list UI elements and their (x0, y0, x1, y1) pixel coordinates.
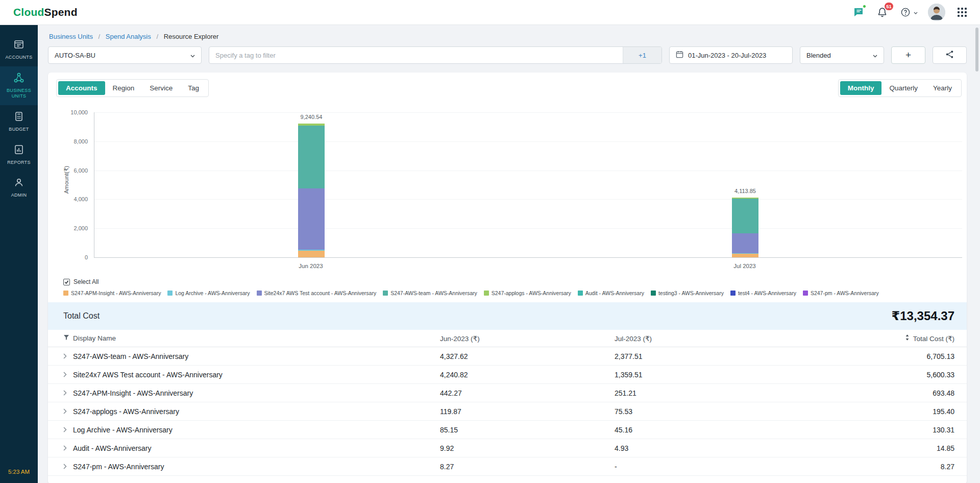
app-logo[interactable]: CloudSpend (13, 6, 78, 18)
legend-label: test4 - AWS-Anniversary (738, 290, 796, 296)
table-row[interactable]: S247-APM-Insight - AWS-Anniversary 442.2… (48, 384, 967, 402)
status-dot (863, 5, 866, 8)
avatar[interactable] (928, 4, 945, 21)
tab-yearly[interactable]: Yearly (925, 81, 960, 95)
business-unit-select[interactable]: AUTO-SA-BU (48, 46, 202, 64)
apps-grid-icon[interactable] (955, 6, 969, 19)
tab-service[interactable]: Service (142, 81, 180, 95)
row-jun-value: 4,240.82 (440, 371, 615, 379)
tab-monthly[interactable]: Monthly (840, 81, 882, 95)
table-row[interactable]: S247-AWS-team - AWS-Anniversary 4,327.62… (48, 347, 967, 366)
tag-overflow-button[interactable]: +1 (623, 47, 662, 63)
row-jul-value: 45.16 (615, 426, 857, 434)
legend-swatch (63, 291, 68, 296)
bar-segment[interactable] (298, 188, 325, 250)
total-cost-value: ₹13,354.37 (892, 309, 954, 323)
legend-label: Log Archive - AWS-Anniversary (175, 290, 250, 296)
date-range-picker[interactable]: 01-Jun-2023 - 20-Jul-2023 (669, 46, 793, 64)
select-all-checkbox[interactable]: Select All (63, 278, 954, 285)
row-display-name: Audit - AWS-Anniversary (73, 444, 152, 452)
tab-region[interactable]: Region (105, 81, 142, 95)
legend-swatch (651, 291, 656, 296)
legend-item[interactable]: S247-applogs - AWS-Anniversary (484, 290, 571, 296)
cost-view-value: Blended (806, 52, 831, 59)
row-display-name: S247-pm - AWS-Anniversary (73, 463, 164, 471)
filter-funnel-icon[interactable] (63, 334, 69, 342)
bar-segment[interactable] (732, 233, 758, 253)
table-row[interactable]: S247-pm - AWS-Anniversary 8.27 - 8.27 (48, 457, 967, 476)
sidebar-item-admin[interactable]: ADMIN (0, 171, 38, 204)
breadcrumb-link-business-units[interactable]: Business Units (49, 33, 93, 40)
legend-item[interactable]: Log Archive - AWS-Anniversary (167, 290, 250, 296)
y-tick-label: 10,000 (70, 109, 88, 115)
table-row[interactable]: S247-applogs - AWS-Anniversary 119.87 75… (48, 402, 967, 421)
legend-swatch (484, 291, 489, 296)
expand-chevron-icon[interactable] (63, 445, 67, 451)
legend-items: S247-APM-Insight - AWS-Anniversary Log A… (63, 290, 954, 296)
expand-chevron-icon[interactable] (63, 353, 67, 359)
sidebar-item-reports[interactable]: REPORTS (0, 138, 38, 172)
row-display-name: S247-APM-Insight - AWS-Anniversary (73, 389, 193, 397)
legend-swatch (167, 291, 173, 296)
tab-tag[interactable]: Tag (180, 81, 207, 95)
row-jul-value: 1,359.51 (615, 371, 857, 379)
period-tabs: Monthly Quarterly Yearly (838, 79, 962, 97)
legend-item[interactable]: S247-pm - AWS-Anniversary (803, 290, 879, 296)
notifications-bell-icon[interactable]: 51 (875, 6, 889, 19)
row-total-value: 6,705.13 (857, 352, 954, 360)
logo-spend: Spend (44, 6, 77, 18)
bar-segment[interactable] (298, 126, 325, 188)
table-row[interactable]: Site24x7 AWS Test account - AWS-Annivers… (48, 366, 967, 384)
help-menu[interactable] (899, 6, 918, 19)
sidebar-item-budget[interactable]: BUDGET (0, 105, 38, 138)
share-button[interactable] (933, 46, 967, 64)
row-jul-value: 2,377.51 (615, 352, 857, 360)
total-cost-band: Total Cost ₹13,354.37 (48, 302, 967, 330)
chart-legend: Select All S247-APM-Insight - AWS-Annive… (48, 275, 967, 302)
breadcrumb-link-spend-analysis[interactable]: Spend Analysis (106, 33, 151, 40)
column-header-jun: Jun-2023 (₹) (440, 334, 615, 343)
bar-segment[interactable] (298, 251, 325, 257)
legend-item[interactable]: test4 - AWS-Anniversary (730, 290, 796, 296)
cost-view-select[interactable]: Blended (800, 46, 884, 64)
sidebar-item-label: ACCOUNTS (6, 55, 33, 61)
table-row[interactable]: Audit - AWS-Anniversary 9.92 4.93 14.85 (48, 439, 967, 457)
expand-chevron-icon[interactable] (63, 372, 67, 377)
table-row[interactable]: Log Archive - AWS-Anniversary 85.15 45.1… (48, 421, 967, 439)
help-icon (899, 6, 912, 19)
sidebar-item-accounts[interactable]: ACCOUNTS (0, 33, 38, 66)
expand-chevron-icon[interactable] (63, 464, 67, 469)
add-button[interactable]: + (891, 46, 925, 64)
legend-swatch (730, 291, 736, 296)
total-cost-label: Total Cost (63, 311, 100, 321)
expand-chevron-icon[interactable] (63, 408, 67, 414)
calendar-icon (676, 51, 683, 60)
tag-filter-input[interactable] (209, 47, 662, 63)
legend-item[interactable]: S247-APM-Insight - AWS-Anniversary (63, 290, 161, 296)
budget-icon (13, 111, 24, 124)
legend-item[interactable]: testing3 - AWS-Anniversary (651, 290, 724, 296)
tab-quarterly[interactable]: Quarterly (881, 81, 925, 95)
row-jun-value: 9.92 (440, 444, 615, 452)
sidebar-item-business-units[interactable]: BUSINESS UNITS (0, 66, 38, 105)
legend-label: S247-applogs - AWS-Anniversary (492, 290, 571, 296)
scrollbar-thumb[interactable] (975, 28, 978, 71)
row-display-name: S247-applogs - AWS-Anniversary (73, 407, 179, 416)
feedback-icon[interactable] (852, 6, 865, 19)
sidebar-clock[interactable]: 5:23 AM (8, 469, 30, 475)
tab-accounts[interactable]: Accounts (58, 81, 105, 95)
sort-icon[interactable] (905, 334, 910, 342)
stacked-bar[interactable] (732, 198, 758, 257)
bar-segment[interactable] (732, 254, 758, 257)
sidebar-item-label: REPORTS (7, 160, 30, 166)
bar-segment[interactable] (732, 199, 758, 233)
sidebar-item-label: BUDGET (9, 127, 29, 133)
filter-bar: AUTO-SA-BU +1 01-Jun-2023 - 20-Jul-2023 … (48, 46, 967, 64)
expand-chevron-icon[interactable] (63, 390, 67, 396)
legend-item[interactable]: Site24x7 AWS Test account - AWS-Annivers… (257, 290, 377, 296)
row-jul-value: 4.93 (615, 444, 857, 452)
legend-item[interactable]: Audit - AWS-Anniversary (578, 290, 644, 296)
expand-chevron-icon[interactable] (63, 427, 67, 432)
stacked-bar[interactable] (298, 124, 325, 257)
legend-item[interactable]: S247-AWS-team - AWS-Anniversary (383, 290, 477, 296)
